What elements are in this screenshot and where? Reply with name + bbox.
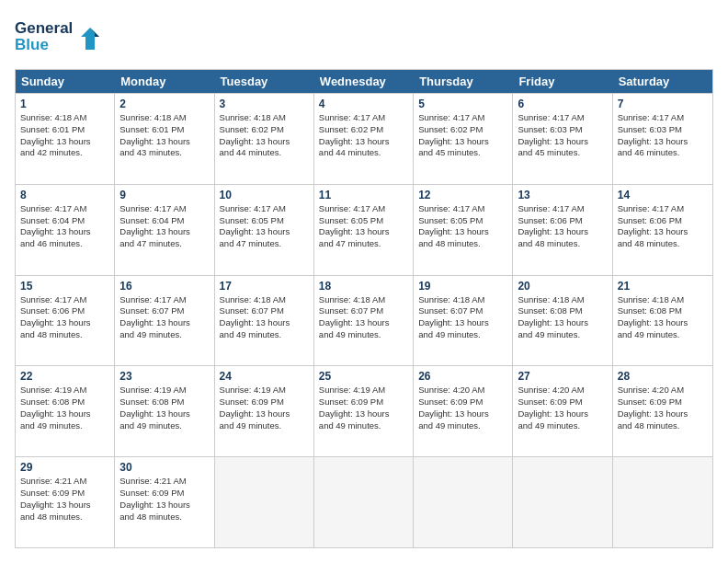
- calendar-cell: 17Sunrise: 4:18 AM Sunset: 6:07 PM Dayli…: [215, 276, 314, 366]
- calendar-cell: 23Sunrise: 4:19 AM Sunset: 6:08 PM Dayli…: [115, 366, 214, 456]
- calendar-row-2: 8Sunrise: 4:17 AM Sunset: 6:04 PM Daylig…: [16, 184, 712, 275]
- day-info: Sunrise: 4:18 AM Sunset: 6:07 PM Dayligh…: [418, 294, 507, 341]
- day-number: 28: [618, 370, 708, 383]
- day-number: 14: [618, 189, 708, 201]
- day-number: 13: [518, 189, 607, 201]
- day-info: Sunrise: 4:18 AM Sunset: 6:08 PM Dayligh…: [518, 294, 607, 341]
- day-number: 21: [618, 280, 708, 293]
- day-number: 20: [518, 280, 607, 293]
- day-info: Sunrise: 4:18 AM Sunset: 6:02 PM Dayligh…: [220, 112, 309, 159]
- calendar-cell: 1Sunrise: 4:18 AM Sunset: 6:01 PM Daylig…: [16, 94, 115, 184]
- calendar-cell: [513, 457, 612, 547]
- day-number: 11: [319, 189, 408, 201]
- svg-marker-2: [81, 28, 99, 50]
- calendar-cell: 10Sunrise: 4:17 AM Sunset: 6:05 PM Dayli…: [215, 185, 314, 275]
- day-number: 25: [319, 370, 408, 383]
- calendar-row-4: 22Sunrise: 4:19 AM Sunset: 6:08 PM Dayli…: [16, 365, 712, 456]
- day-number: 7: [618, 98, 708, 110]
- day-info: Sunrise: 4:17 AM Sunset: 6:03 PM Dayligh…: [518, 112, 607, 159]
- calendar-cell: 28Sunrise: 4:20 AM Sunset: 6:09 PM Dayli…: [613, 366, 712, 456]
- header: General Blue: [15, 15, 713, 60]
- calendar-cell: 16Sunrise: 4:17 AM Sunset: 6:07 PM Dayli…: [115, 276, 214, 366]
- day-number: 29: [20, 461, 109, 474]
- day-info: Sunrise: 4:17 AM Sunset: 6:07 PM Dayligh…: [119, 294, 209, 341]
- calendar-cell: 18Sunrise: 4:18 AM Sunset: 6:07 PM Dayli…: [314, 276, 414, 366]
- header-saturday: Saturday: [613, 70, 712, 93]
- day-number: 19: [418, 280, 507, 293]
- day-info: Sunrise: 4:19 AM Sunset: 6:09 PM Dayligh…: [220, 385, 309, 431]
- day-info: Sunrise: 4:17 AM Sunset: 6:03 PM Dayligh…: [618, 112, 708, 159]
- day-info: Sunrise: 4:17 AM Sunset: 6:06 PM Dayligh…: [20, 294, 109, 341]
- calendar: Sunday Monday Tuesday Wednesday Thursday…: [15, 69, 713, 548]
- page: General Blue Sunday Monday Tuesday Wedne…: [0, 0, 728, 563]
- day-number: 8: [20, 189, 109, 201]
- day-info: Sunrise: 4:17 AM Sunset: 6:06 PM Dayligh…: [518, 203, 607, 250]
- header-monday: Monday: [115, 70, 214, 93]
- header-tuesday: Tuesday: [215, 70, 314, 93]
- calendar-cell: 2Sunrise: 4:18 AM Sunset: 6:01 PM Daylig…: [115, 94, 214, 184]
- calendar-cell: 12Sunrise: 4:17 AM Sunset: 6:05 PM Dayli…: [414, 185, 513, 275]
- calendar-cell: [314, 457, 414, 547]
- calendar-row-1: 1Sunrise: 4:18 AM Sunset: 6:01 PM Daylig…: [16, 93, 712, 184]
- day-info: Sunrise: 4:20 AM Sunset: 6:09 PM Dayligh…: [518, 385, 607, 431]
- day-info: Sunrise: 4:21 AM Sunset: 6:09 PM Dayligh…: [20, 476, 109, 523]
- calendar-cell: [414, 457, 513, 547]
- day-number: 24: [220, 370, 309, 383]
- calendar-cell: 20Sunrise: 4:18 AM Sunset: 6:08 PM Dayli…: [513, 276, 612, 366]
- day-number: 27: [518, 370, 607, 383]
- day-number: 12: [418, 189, 507, 201]
- day-info: Sunrise: 4:17 AM Sunset: 6:04 PM Dayligh…: [20, 203, 109, 250]
- calendar-cell: 13Sunrise: 4:17 AM Sunset: 6:06 PM Dayli…: [513, 185, 612, 275]
- day-info: Sunrise: 4:17 AM Sunset: 6:05 PM Dayligh…: [319, 203, 408, 250]
- day-info: Sunrise: 4:19 AM Sunset: 6:08 PM Dayligh…: [119, 385, 209, 431]
- day-number: 6: [518, 98, 607, 110]
- calendar-cell: 14Sunrise: 4:17 AM Sunset: 6:06 PM Dayli…: [613, 185, 712, 275]
- calendar-cell: 8Sunrise: 4:17 AM Sunset: 6:04 PM Daylig…: [16, 185, 115, 275]
- calendar-cell: 5Sunrise: 4:17 AM Sunset: 6:02 PM Daylig…: [414, 94, 513, 184]
- day-info: Sunrise: 4:19 AM Sunset: 6:09 PM Dayligh…: [319, 385, 408, 431]
- day-info: Sunrise: 4:17 AM Sunset: 6:02 PM Dayligh…: [418, 112, 507, 159]
- calendar-cell: 4Sunrise: 4:17 AM Sunset: 6:02 PM Daylig…: [314, 94, 414, 184]
- svg-text:Blue: Blue: [15, 36, 49, 53]
- day-info: Sunrise: 4:17 AM Sunset: 6:04 PM Dayligh…: [119, 203, 209, 250]
- calendar-cell: 30Sunrise: 4:21 AM Sunset: 6:09 PM Dayli…: [115, 457, 214, 547]
- day-info: Sunrise: 4:17 AM Sunset: 6:06 PM Dayligh…: [618, 203, 708, 250]
- calendar-cell: 19Sunrise: 4:18 AM Sunset: 6:07 PM Dayli…: [414, 276, 513, 366]
- day-number: 4: [319, 98, 408, 110]
- calendar-cell: 26Sunrise: 4:20 AM Sunset: 6:09 PM Dayli…: [414, 366, 513, 456]
- day-number: 5: [418, 98, 507, 110]
- day-number: 3: [220, 98, 309, 110]
- calendar-body: 1Sunrise: 4:18 AM Sunset: 6:01 PM Daylig…: [16, 93, 712, 547]
- day-number: 18: [319, 280, 408, 293]
- day-number: 30: [119, 461, 209, 474]
- header-thursday: Thursday: [414, 70, 513, 93]
- calendar-cell: 11Sunrise: 4:17 AM Sunset: 6:05 PM Dayli…: [314, 185, 414, 275]
- calendar-cell: 15Sunrise: 4:17 AM Sunset: 6:06 PM Dayli…: [16, 276, 115, 366]
- day-info: Sunrise: 4:18 AM Sunset: 6:07 PM Dayligh…: [220, 294, 309, 341]
- day-number: 2: [119, 98, 209, 110]
- day-info: Sunrise: 4:18 AM Sunset: 6:01 PM Dayligh…: [119, 112, 209, 159]
- calendar-cell: 25Sunrise: 4:19 AM Sunset: 6:09 PM Dayli…: [314, 366, 414, 456]
- day-number: 17: [220, 280, 309, 293]
- calendar-cell: 6Sunrise: 4:17 AM Sunset: 6:03 PM Daylig…: [513, 94, 612, 184]
- header-friday: Friday: [513, 70, 612, 93]
- calendar-cell: 22Sunrise: 4:19 AM Sunset: 6:08 PM Dayli…: [16, 366, 115, 456]
- day-number: 9: [119, 189, 209, 201]
- svg-text:General: General: [15, 19, 73, 37]
- day-info: Sunrise: 4:17 AM Sunset: 6:05 PM Dayligh…: [220, 203, 309, 250]
- day-number: 22: [20, 370, 109, 383]
- calendar-cell: 9Sunrise: 4:17 AM Sunset: 6:04 PM Daylig…: [115, 185, 214, 275]
- calendar-cell: 7Sunrise: 4:17 AM Sunset: 6:03 PM Daylig…: [613, 94, 712, 184]
- day-info: Sunrise: 4:20 AM Sunset: 6:09 PM Dayligh…: [418, 385, 507, 431]
- header-wednesday: Wednesday: [314, 70, 414, 93]
- calendar-cell: 3Sunrise: 4:18 AM Sunset: 6:02 PM Daylig…: [215, 94, 314, 184]
- day-info: Sunrise: 4:18 AM Sunset: 6:07 PM Dayligh…: [319, 294, 408, 341]
- day-info: Sunrise: 4:21 AM Sunset: 6:09 PM Dayligh…: [119, 476, 209, 523]
- day-info: Sunrise: 4:17 AM Sunset: 6:02 PM Dayligh…: [319, 112, 408, 159]
- day-number: 26: [418, 370, 507, 383]
- calendar-row-3: 15Sunrise: 4:17 AM Sunset: 6:06 PM Dayli…: [16, 275, 712, 366]
- day-number: 1: [20, 98, 109, 110]
- header-sunday: Sunday: [16, 70, 115, 93]
- day-number: 23: [119, 370, 209, 383]
- calendar-cell: 27Sunrise: 4:20 AM Sunset: 6:09 PM Dayli…: [513, 366, 612, 456]
